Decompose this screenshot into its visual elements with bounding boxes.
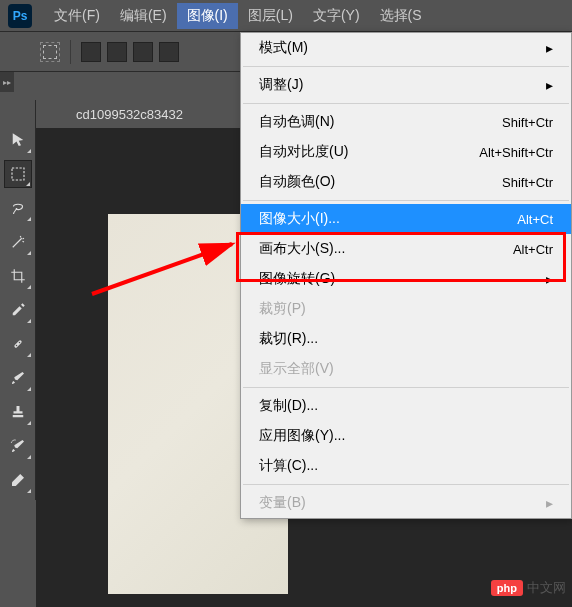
menu-item-calculations[interactable]: 计算(C)... [241, 451, 571, 481]
menu-label: 显示全部(V) [259, 360, 334, 378]
menu-item-crop: 裁剪(P) [241, 294, 571, 324]
menu-label: 复制(D)... [259, 397, 318, 415]
menu-item-adjustments[interactable]: 调整(J)▸ [241, 70, 571, 100]
move-icon [9, 131, 27, 149]
stamp-icon [9, 403, 27, 421]
tool-brush[interactable] [4, 364, 32, 392]
menu-bar: Ps 文件(F) 编辑(E) 图像(I) 图层(L) 文字(Y) 选择(S [0, 0, 572, 32]
menu-layer[interactable]: 图层(L) [238, 3, 303, 29]
tool-history-brush[interactable] [4, 432, 32, 460]
app-logo: Ps [8, 4, 32, 28]
submenu-arrow-icon: ▸ [546, 77, 553, 93]
marquee-icon [43, 45, 57, 59]
healing-icon [9, 335, 27, 353]
tool-crop[interactable] [4, 262, 32, 290]
menu-label: 裁剪(P) [259, 300, 306, 318]
menu-item-canvas-size[interactable]: 画布大小(S)...Alt+Ctr [241, 234, 571, 264]
options-subtract-selection[interactable] [133, 42, 153, 62]
menu-label: 调整(J) [259, 76, 303, 94]
menu-shortcut: Alt+Ctr [513, 242, 553, 257]
menu-separator [243, 387, 569, 388]
menu-label: 裁切(R)... [259, 330, 318, 348]
menu-edit[interactable]: 编辑(E) [110, 3, 177, 29]
menu-separator [243, 66, 569, 67]
menu-separator [243, 103, 569, 104]
image-menu-dropdown: 模式(M)▸ 调整(J)▸ 自动色调(N)Shift+Ctr 自动对比度(U)A… [240, 32, 572, 519]
svg-point-2 [15, 345, 17, 347]
wand-icon [9, 233, 27, 251]
options-new-selection[interactable] [81, 42, 101, 62]
menu-item-reveal-all: 显示全部(V) [241, 354, 571, 384]
menu-label: 应用图像(Y)... [259, 427, 345, 445]
submenu-arrow-icon: ▸ [546, 271, 553, 287]
menu-label: 计算(C)... [259, 457, 318, 475]
app-logo-text: Ps [13, 9, 28, 23]
menu-select[interactable]: 选择(S [370, 3, 432, 29]
options-marquee-preset[interactable] [40, 42, 60, 62]
submenu-arrow-icon: ▸ [546, 495, 553, 511]
menu-item-variables: 变量(B)▸ [241, 488, 571, 518]
tool-eraser[interactable] [4, 466, 32, 494]
document-tab-bar: cd1099532c83432 [36, 100, 183, 128]
menu-separator [243, 200, 569, 201]
options-add-selection[interactable] [107, 42, 127, 62]
menu-shortcut: Shift+Ctr [502, 115, 553, 130]
menu-item-duplicate[interactable]: 复制(D)... [241, 391, 571, 421]
menu-label: 画布大小(S)... [259, 240, 345, 258]
menu-separator [243, 484, 569, 485]
menu-item-image-size[interactable]: 图像大小(I)...Alt+Ct [241, 204, 571, 234]
tool-lasso[interactable] [4, 194, 32, 222]
tool-eyedropper[interactable] [4, 296, 32, 324]
watermark-text: 中文网 [527, 579, 566, 597]
tool-marquee[interactable] [4, 160, 32, 188]
chevron-right-icon: ▸▸ [3, 78, 11, 87]
svg-point-3 [18, 342, 20, 344]
toolbox [0, 100, 36, 500]
watermark-badge: php [491, 580, 523, 596]
crop-icon [9, 267, 27, 285]
menu-label: 自动对比度(U) [259, 143, 348, 161]
menu-item-auto-color[interactable]: 自动颜色(O)Shift+Ctr [241, 167, 571, 197]
document-tab[interactable]: cd1099532c83432 [76, 107, 183, 122]
marquee-icon [9, 165, 27, 183]
menu-file[interactable]: 文件(F) [44, 3, 110, 29]
svg-rect-0 [12, 168, 24, 180]
svg-rect-1 [13, 340, 21, 348]
tool-clone-stamp[interactable] [4, 398, 32, 426]
menu-type[interactable]: 文字(Y) [303, 3, 370, 29]
options-intersect-selection[interactable] [159, 42, 179, 62]
menu-label: 变量(B) [259, 494, 306, 512]
menu-shortcut: Alt+Shift+Ctr [479, 145, 553, 160]
watermark: php 中文网 [491, 579, 566, 597]
menu-item-trim[interactable]: 裁切(R)... [241, 324, 571, 354]
menu-label: 模式(M) [259, 39, 308, 57]
options-separator [70, 40, 71, 64]
panel-expand-handle[interactable]: ▸▸ [0, 72, 14, 92]
menu-label: 图像大小(I)... [259, 210, 340, 228]
menu-item-auto-contrast[interactable]: 自动对比度(U)Alt+Shift+Ctr [241, 137, 571, 167]
brush-icon [9, 369, 27, 387]
menu-label: 自动色调(N) [259, 113, 334, 131]
tool-move[interactable] [4, 126, 32, 154]
tool-healing[interactable] [4, 330, 32, 358]
menu-label: 图像旋转(G) [259, 270, 335, 288]
history-brush-icon [9, 437, 27, 455]
menu-shortcut: Alt+Ct [517, 212, 553, 227]
menu-item-image-rotation[interactable]: 图像旋转(G)▸ [241, 264, 571, 294]
lasso-icon [9, 199, 27, 217]
tool-magic-wand[interactable] [4, 228, 32, 256]
menu-label: 自动颜色(O) [259, 173, 335, 191]
menu-item-apply-image[interactable]: 应用图像(Y)... [241, 421, 571, 451]
menu-image[interactable]: 图像(I) [177, 3, 238, 29]
eyedropper-icon [9, 301, 27, 319]
submenu-arrow-icon: ▸ [546, 40, 553, 56]
menu-shortcut: Shift+Ctr [502, 175, 553, 190]
menu-item-mode[interactable]: 模式(M)▸ [241, 33, 571, 63]
eraser-icon [9, 471, 27, 489]
menu-item-auto-tone[interactable]: 自动色调(N)Shift+Ctr [241, 107, 571, 137]
